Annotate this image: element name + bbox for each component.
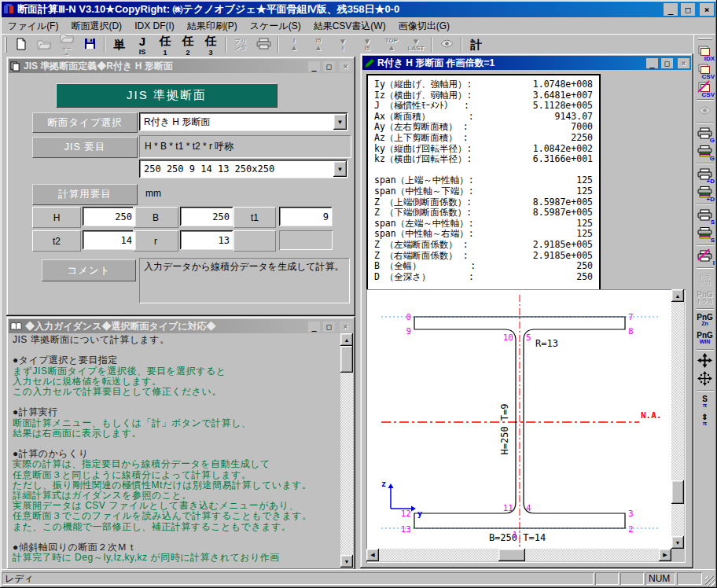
open-button xyxy=(33,36,55,53)
field-input-H[interactable]: 250 xyxy=(83,207,136,226)
axis-z-label: z xyxy=(381,480,386,488)
calc-button[interactable]: 計 xyxy=(465,36,487,53)
scroll-down-icon[interactable]: ▼ xyxy=(340,555,353,568)
free-section3-button[interactable]: 任3 xyxy=(200,36,222,53)
save-button[interactable] xyxy=(79,36,101,53)
result-value: 2.9185e+005 xyxy=(517,251,593,262)
guidance-scrollbar[interactable]: ▲ ▼ xyxy=(340,333,353,568)
print-g-button[interactable]: G xyxy=(695,125,715,143)
field-label-t2: t2 xyxy=(32,230,81,252)
result-value: 7000 xyxy=(517,122,593,133)
single-section-button[interactable]: 単 xyxy=(108,36,131,53)
menu-item-2[interactable]: IDX DF(I) xyxy=(128,19,181,33)
result-line: J （極慣性ﾓｰﾒﾝﾄ） :5.1128e+005 xyxy=(374,101,593,112)
rail-button-label: PnGZn xyxy=(697,314,713,327)
nav-i5-down-button: ▼I5 xyxy=(355,36,379,53)
csv-cancel-button[interactable]: CSV xyxy=(695,79,715,97)
idx-folder-button[interactable]: IDX xyxy=(695,43,715,61)
close-button[interactable]: × xyxy=(700,3,714,16)
menu-item-6[interactable]: 画像切出(G) xyxy=(392,18,456,35)
pan-button[interactable] xyxy=(695,352,715,370)
free-section1-button[interactable]: 任1 xyxy=(154,36,176,53)
guidance-line: 任意断面３と同じように線積分によって計算します。 xyxy=(13,470,338,480)
nav-top-button: TOP▲ xyxy=(380,36,403,53)
jis-item-dropdown-icon[interactable]: ▼ xyxy=(333,161,347,177)
maximize-button[interactable]: □ xyxy=(681,3,695,16)
center-button[interactable] xyxy=(695,370,715,388)
print-s-button[interactable]: S xyxy=(695,207,715,225)
toolbar-button-label: 計 xyxy=(471,38,483,53)
drawing-hscroll-thumb[interactable] xyxy=(498,549,525,561)
scroll-up-icon[interactable]: ▲ xyxy=(340,333,353,346)
field-input-t2[interactable]: 14 xyxy=(83,230,136,250)
section-svg: N.A. R=13 H=250 T=9 B=250 T=14 z y 07981… xyxy=(366,289,673,550)
rail-separator xyxy=(697,244,714,246)
print-d-button[interactable]: +D xyxy=(695,166,715,184)
menu-item-0[interactable]: ファイル(F) xyxy=(2,18,64,35)
png-zn-button[interactable]: PnGZn xyxy=(695,311,715,329)
result-line: Ay（左右剪断面積） :7000 xyxy=(374,122,593,133)
print-color-d-button[interactable]: +D xyxy=(695,184,715,202)
minimize-button[interactable]: _ xyxy=(664,3,678,16)
result-value: 250 xyxy=(517,261,593,272)
toolbar-button-label: 任 xyxy=(205,34,217,49)
scroll-left-icon[interactable]: ◀ xyxy=(366,549,379,561)
app-titlebar: 断面計算Ⅲ-N V3.10★CopyRight: ㈱テクノオブジェ★平面骨組Ⅳ版… xyxy=(2,2,715,17)
drawing-hscrollbar[interactable]: ◀ ▶ xyxy=(366,549,671,561)
csv-write-button[interactable]: CSV xyxy=(695,61,715,79)
jis-section-button[interactable]: JIS xyxy=(131,36,153,53)
scroll-down-icon[interactable]: ▼ xyxy=(671,536,684,549)
field-input-B[interactable]: 250 xyxy=(180,207,233,226)
scroll-up-icon[interactable]: ▲ xyxy=(671,289,684,302)
type-select-dropdown-icon[interactable]: ▼ xyxy=(333,114,347,130)
png-tracker-button: PnGトラカ xyxy=(695,288,715,307)
print-i-cancel-button[interactable]: I xyxy=(695,248,715,266)
menu-item-5[interactable]: 結果CSV書込(W) xyxy=(307,18,392,35)
print-color-g-button[interactable]: G xyxy=(695,143,715,161)
result-name: Z （上端側断面係数）: xyxy=(374,197,517,208)
scale-s-button[interactable]: Sπ xyxy=(695,393,715,411)
field-input-empty[interactable] xyxy=(279,230,333,250)
field-input-r[interactable]: 13 xyxy=(180,230,233,250)
guidance-line: 任意断面３でこのファイルを読み込んで計算することもできます。 xyxy=(13,511,338,521)
eye-icon xyxy=(698,106,711,117)
result-maximize-button[interactable]: □ xyxy=(661,58,673,68)
floppy-icon xyxy=(84,38,96,52)
guidance-minimize-button[interactable]: _ xyxy=(308,322,320,332)
resize-grip[interactable] xyxy=(705,576,715,586)
new-button[interactable] xyxy=(10,36,32,53)
menu-item-1[interactable]: 断面選択(D) xyxy=(64,18,128,35)
guidance-scroll-thumb[interactable] xyxy=(340,346,353,373)
toolbar-button-sub: 2 xyxy=(186,49,189,57)
comment-box[interactable]: 入力データから線積分データを生成して計算。 xyxy=(139,258,350,303)
section-minimize-button[interactable]: _ xyxy=(308,61,320,72)
png-win-button[interactable]: PnGWIN xyxy=(695,329,715,347)
result-name: kz（横曲げ回転半径）: xyxy=(374,154,517,165)
jis-item-combo[interactable]: 250 250 9 14 13 250x250 ▼ xyxy=(139,160,348,178)
result-name: J （極慣性ﾓｰﾒﾝﾄ） : xyxy=(374,101,517,112)
guidance-maximize-button[interactable]: □ xyxy=(323,322,335,332)
status-num-indicator: NUM xyxy=(645,572,675,585)
print-color-s-button[interactable]: S xyxy=(695,225,715,243)
type-select-combo[interactable]: R付き H 形断面 ▼ xyxy=(139,112,348,131)
result-line: Z （左端断面係数） :2.9185e+005 xyxy=(374,240,593,251)
nav-last-button: ▼LAST xyxy=(404,36,428,53)
result-minimize-button[interactable]: _ xyxy=(646,58,658,68)
menu-item-3[interactable]: 結果印刷(P) xyxy=(181,18,244,35)
section-maximize-button[interactable]: □ xyxy=(323,61,335,72)
calc-item-label: 計算用要目 xyxy=(32,184,138,205)
field-input-t1[interactable]: 9 xyxy=(279,207,333,226)
scale-v-button[interactable]: ⇕π xyxy=(695,411,715,429)
scroll-right-icon[interactable]: ▶ xyxy=(659,549,671,561)
result-close-button: × xyxy=(678,58,689,68)
menubar: ファイル(F)断面選択(D)IDX DF(I)結果印刷(P)スケール(S)結果C… xyxy=(2,18,715,34)
section-window-body: JIS 準拠断面 断面タイプ選択 R付き H 形断面 ▼ JIS 要目 H * … xyxy=(9,73,353,314)
right-toolbar: IDXCSVCSVGG+D+DSSIトラッカPnGトラカPnGZnPnGWINS… xyxy=(693,35,715,570)
result-name: span（上端～中性軸）: xyxy=(374,175,517,186)
drawing-vscroll-thumb[interactable] xyxy=(671,480,684,504)
drawing-vscrollbar[interactable]: ▲ ▼ xyxy=(671,289,684,549)
result-line: D （全深さ） :250 xyxy=(374,272,593,283)
rail-label-main: PnG xyxy=(697,333,713,339)
menu-item-4[interactable]: スケール(S) xyxy=(244,18,307,35)
free-section2-button[interactable]: 任2 xyxy=(177,36,199,53)
